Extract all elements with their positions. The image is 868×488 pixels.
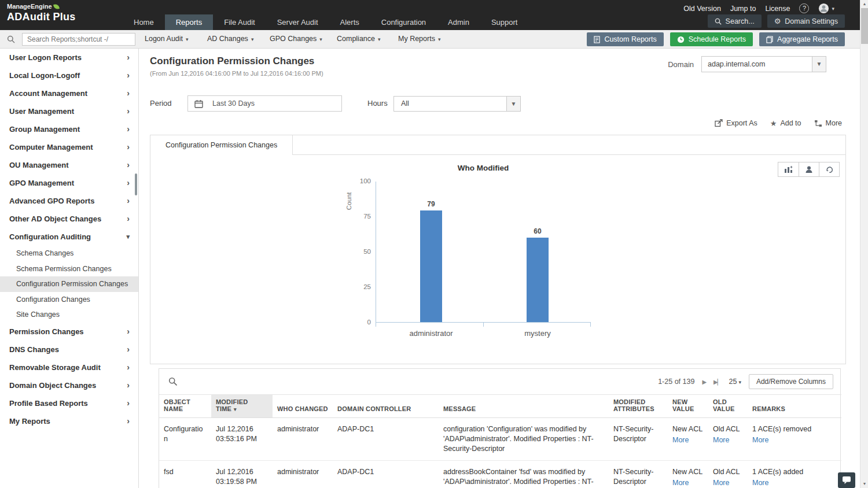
chevron-right-icon: › — [127, 358, 130, 376]
sidebar-item-user-management[interactable]: User Management› — [0, 102, 138, 120]
item-label: Local Logon-Logoff — [9, 71, 80, 80]
page-scrollbar[interactable]: ▲ ▼ — [860, 0, 868, 488]
menu-compliance[interactable]: Compliance▾ — [337, 30, 381, 49]
sidebar-item-permission-changes[interactable]: Permission Changes› — [0, 323, 138, 341]
table-search-icon[interactable] — [168, 377, 177, 388]
tab-configuration-permission-changes[interactable]: Configuration Permission Changes — [150, 135, 293, 155]
sidebar-item-dns-changes[interactable]: DNS Changes› — [0, 341, 138, 358]
hours-label: Hours — [367, 95, 388, 112]
menu-my-reports[interactable]: My Reports▾ — [398, 30, 440, 49]
aggregate-reports-button[interactable]: Aggregate Reports — [759, 32, 845, 46]
sidebar-scrollbar-thumb[interactable] — [135, 173, 137, 195]
sidebar-item-gpo-management[interactable]: GPO Management› — [0, 174, 138, 192]
report-card: Configuration Permission Changes Who Mod… — [150, 135, 846, 364]
chart-user-button[interactable] — [799, 162, 819, 176]
period-picker[interactable]: Last 30 Days — [187, 95, 342, 112]
new-value-more-link[interactable]: More — [672, 478, 689, 488]
page-size-dropdown[interactable]: 25▾ — [729, 378, 741, 386]
nav-alerts[interactable]: Alerts — [329, 14, 370, 30]
feedback-chat-button[interactable] — [838, 472, 855, 488]
new-value-more-link[interactable]: More — [672, 435, 689, 445]
user-menu[interactable]: ▾ — [818, 3, 834, 14]
y-axis-title: Count — [345, 190, 352, 213]
sidebar-item-local-logon-logoff[interactable]: Local Logon-Logoff› — [0, 66, 138, 84]
chevron-right-icon: › — [127, 84, 130, 102]
schedule-reports-button[interactable]: Schedule Reports — [670, 32, 753, 46]
y-tick-label: 50 — [352, 248, 371, 255]
sidebar-item-domain-object-changes[interactable]: Domain Object Changes› — [0, 376, 138, 394]
jump-to-link[interactable]: Jump to — [730, 5, 756, 13]
old-value-more-link[interactable]: More — [713, 478, 729, 488]
sidebar-item-profile-based-reports[interactable]: Profile Based Reports› — [0, 394, 138, 412]
header-modified-attributes[interactable]: MODIFIED ATTRIBUTES — [609, 395, 668, 418]
sidebar-item-site-changes[interactable]: Site Changes — [0, 307, 138, 323]
chart-refresh-button[interactable] — [819, 162, 839, 176]
report-search-input[interactable] — [22, 33, 135, 46]
nav-server-audit[interactable]: Server Audit — [266, 14, 329, 30]
header-new-value[interactable]: NEW VALUE — [668, 395, 708, 418]
next-page-button[interactable]: ▶ — [702, 379, 706, 385]
chart-toolbar — [778, 162, 840, 177]
scroll-down-arrow[interactable]: ▼ — [860, 480, 868, 488]
custom-reports-button[interactable]: Custom Reports — [587, 32, 663, 46]
chart-type-button[interactable] — [778, 162, 799, 176]
nav-support[interactable]: Support — [480, 14, 529, 30]
export-as-button[interactable]: Export As — [715, 119, 757, 127]
menu-ad-changes[interactable]: AD Changes▾ — [207, 30, 253, 49]
scrollbar-thumb[interactable] — [861, 8, 868, 44]
page-title: Configuration Permission Changes — [150, 56, 314, 67]
header-old-value[interactable]: OLD VALUE — [708, 395, 748, 418]
nav-reports[interactable]: Reports — [165, 14, 214, 30]
bar-chart: Count 100 75 50 25 0 79 60 administrator… — [376, 182, 591, 323]
sidebar-item-removable-storage-audit[interactable]: Removable Storage Audit› — [0, 358, 138, 376]
sidebar-item-configuration-permission-changes[interactable]: Configuration Permission Changes — [0, 276, 138, 292]
search-button[interactable]: Search... — [708, 14, 762, 28]
sidebar-item-advanced-gpo-reports[interactable]: Advanced GPO Reports› — [0, 192, 138, 210]
domain-settings-button[interactable]: ⚙ Domain Settings — [767, 14, 845, 28]
header-modified-time[interactable]: MODIFIED TIME▾ — [211, 395, 273, 418]
nav-home[interactable]: Home — [123, 14, 165, 30]
license-link[interactable]: License — [765, 5, 790, 13]
sidebar-item-other-ad-object-changes[interactable]: Other AD Object Changes› — [0, 210, 138, 228]
header-remarks[interactable]: REMARKS — [748, 395, 841, 418]
x-tick — [376, 323, 376, 327]
hours-dropdown[interactable]: All ▼ — [393, 96, 521, 112]
header-message[interactable]: MESSAGE — [439, 395, 609, 418]
remarks-more-link[interactable]: More — [752, 478, 768, 488]
old-value-more-link[interactable]: More — [713, 435, 729, 445]
nav-admin[interactable]: Admin — [437, 14, 480, 30]
more-actions-button[interactable]: More — [814, 119, 842, 127]
sidebar-item-schema-changes[interactable]: Schema Changes — [0, 246, 138, 261]
sidebar-item-my-reports[interactable]: My Reports› — [0, 412, 138, 430]
x-tick — [590, 323, 591, 327]
domain-dropdown[interactable]: adap.internal.com ▼ — [701, 56, 826, 72]
menu-logon-audit[interactable]: Logon Audit▾ — [145, 30, 189, 49]
header-who-changed[interactable]: WHO CHANGED — [273, 395, 333, 418]
old-version-link[interactable]: Old Version — [683, 5, 721, 13]
help-icon[interactable]: ? — [799, 3, 809, 13]
report-search-icon[interactable] — [7, 35, 15, 46]
nav-configuration[interactable]: Configuration — [370, 14, 437, 30]
sidebar-item-user-logon-reports[interactable]: User Logon Reports› — [0, 49, 138, 66]
nav-file-audit[interactable]: File Audit — [213, 14, 266, 30]
scroll-up-arrow[interactable]: ▲ — [860, 0, 868, 8]
add-remove-columns-button[interactable]: Add/Remove Columns — [749, 374, 833, 389]
schedule-reports-label: Schedule Reports — [689, 35, 746, 43]
sidebar-item-schema-permission-changes[interactable]: Schema Permission Changes — [0, 261, 138, 277]
sidebar-item-account-management[interactable]: Account Management› — [0, 84, 138, 102]
sidebar-item-configuration-changes[interactable]: Configuration Changes — [0, 292, 138, 308]
last-page-button[interactable]: ▶▏ — [713, 379, 721, 385]
chevron-down-icon: ▾ — [438, 36, 441, 42]
sidebar-item-computer-management[interactable]: Computer Management› — [0, 138, 138, 156]
item-label: DNS Changes — [9, 345, 59, 354]
header-domain-controller[interactable]: DOMAIN CONTROLLER — [333, 395, 439, 418]
menu-gpo-changes[interactable]: GPO Changes▾ — [270, 30, 322, 49]
cell-modified-attributes: NT-Security-Descriptor — [609, 418, 668, 461]
sidebar-item-group-management[interactable]: Group Management› — [0, 120, 138, 138]
table-row: fsd Jul 12,2016 03:19:58 PM administrato… — [159, 461, 841, 488]
header-object-name[interactable]: OBJECT NAME — [159, 395, 211, 418]
add-to-button[interactable]: ★ Add to — [770, 119, 801, 127]
sidebar-item-ou-management[interactable]: OU Management› — [0, 156, 138, 174]
sidebar-item-configuration-auditing[interactable]: Configuration Auditing▾ — [0, 228, 138, 246]
remarks-more-link[interactable]: More — [752, 435, 768, 445]
